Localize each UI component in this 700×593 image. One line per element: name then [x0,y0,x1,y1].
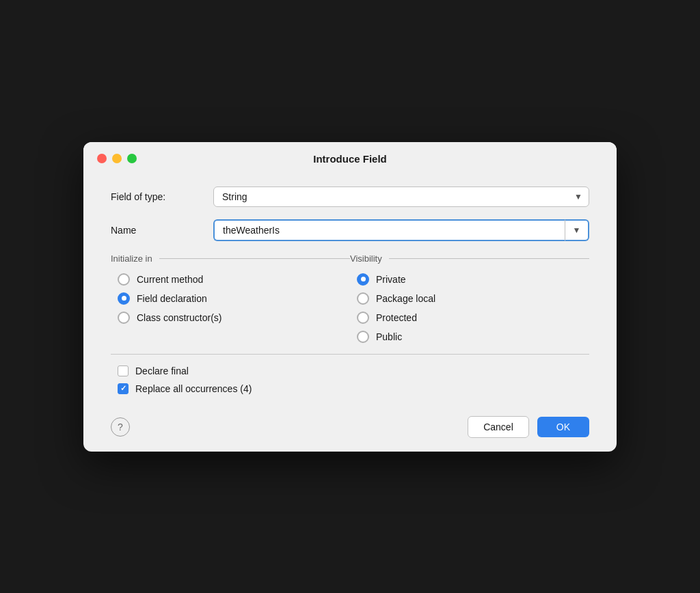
name-row: Name ▼ [111,219,589,241]
radio-package-local[interactable]: Package local [357,292,589,305]
ok-button[interactable]: OK [537,417,589,437]
replace-all-item[interactable]: Replace all occurrences (4) [118,383,589,394]
help-button[interactable]: ? [111,417,130,437]
name-input[interactable] [213,219,565,241]
visibility-radio-group: Private Package local Protected Public [350,273,589,343]
radio-class-constructor-circle [118,312,130,324]
initialize-section: Initialize in Current method Field decla… [111,253,350,343]
radio-field-declaration-circle [118,292,130,305]
sections-row: Initialize in Current method Field decla… [111,253,589,343]
replace-all-label: Replace all occurrences (4) [135,383,252,394]
name-input-wrapper: ▼ [213,219,589,241]
replace-all-checkbox[interactable] [118,383,129,394]
field-type-select-wrapper: String int boolean double ▼ [213,187,589,207]
radio-protected-label: Protected [376,312,417,323]
title-bar: Introduce Field [83,142,617,173]
name-dropdown-button[interactable]: ▼ [565,219,589,241]
radio-class-constructor-label: Class constructor(s) [137,312,221,323]
name-label: Name [111,225,213,236]
checkbox-group: Declare final Replace all occurrences (4… [111,366,589,394]
dialog-title: Introduce Field [313,153,387,165]
radio-protected[interactable]: Protected [357,312,589,324]
radio-protected-circle [357,312,369,324]
radio-package-local-label: Package local [376,293,435,304]
field-type-select[interactable]: String int boolean double [213,187,589,207]
declare-final-label: Declare final [135,366,189,376]
divider [111,354,589,355]
maximize-button[interactable] [127,154,137,163]
radio-public[interactable]: Public [357,331,589,343]
initialize-header: Initialize in [111,253,350,264]
initialize-label: Initialize in [111,253,152,264]
declare-final-checkbox[interactable] [118,366,129,376]
declare-final-item[interactable]: Declare final [118,366,589,376]
radio-private-label: Private [376,274,406,285]
radio-public-circle [357,331,369,343]
radio-current-method-label: Current method [137,274,203,285]
dialog-body: Field of type: String int boolean double… [83,173,617,411]
radio-package-local-circle [357,292,369,305]
radio-private[interactable]: Private [357,273,589,286]
visibility-header: Visibility [350,253,589,264]
field-type-row: Field of type: String int boolean double… [111,187,589,207]
footer: ? Cancel OK [83,411,617,452]
field-type-label: Field of type: [111,191,213,202]
introduce-field-dialog: Introduce Field Field of type: String in… [83,142,617,452]
radio-current-method[interactable]: Current method [118,273,350,286]
cancel-button[interactable]: Cancel [468,416,529,438]
initialize-radio-group: Current method Field declaration Class c… [111,273,350,324]
close-button[interactable] [97,154,107,163]
radio-public-label: Public [376,331,402,342]
window-controls [97,154,137,163]
minimize-button[interactable] [112,154,122,163]
radio-current-method-circle [118,273,130,286]
radio-private-circle [357,273,369,286]
visibility-section: Visibility Private Package local Protect… [350,253,589,343]
radio-field-declaration[interactable]: Field declaration [118,292,350,305]
visibility-label: Visibility [350,253,382,264]
radio-field-declaration-label: Field declaration [137,293,207,304]
radio-class-constructor[interactable]: Class constructor(s) [118,312,350,324]
